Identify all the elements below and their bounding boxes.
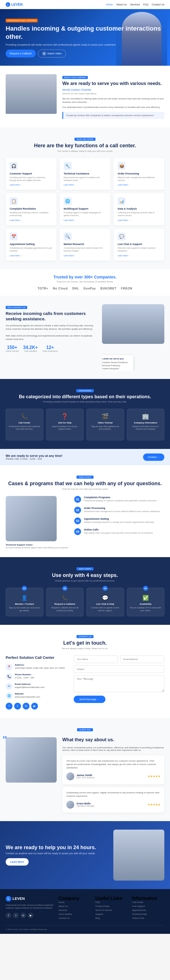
step-icon-2: 💬 (89, 595, 121, 601)
steps-grid: 01 👤 Member / Contact Sign up and create… (6, 588, 164, 616)
cases-list: 01 Complaints Programs Professional hand… (74, 496, 164, 539)
contact-email: ✉ Email Address: support@levencallcenter… (6, 683, 68, 690)
categories-subtitle: Providing solutions that fit based on wh… (6, 401, 164, 403)
footer-link-0-1[interactable]: About Us (59, 905, 91, 907)
name-input[interactable] (74, 655, 118, 663)
step-title-0: Member / Contact (9, 603, 40, 605)
hero-cta-button[interactable]: Request a Callback (6, 49, 36, 57)
cases-badge: Case Study (6, 474, 164, 479)
reviewer-avatar-1 (66, 801, 74, 809)
contact-subtitle: We are always ready to help. Reach out t… (6, 647, 164, 650)
service-card-5: 📊 Data & Analysis Collecting and analyzi… (114, 193, 164, 225)
service-link-5[interactable]: Learn More → (118, 219, 160, 221)
social-linkedin[interactable]: in (23, 703, 29, 710)
about-text2: Our dedicated team of professionals ensu… (62, 106, 164, 109)
case-title-0: Complaints Programs (84, 496, 157, 499)
service-title-4: Multilingual Support (64, 207, 106, 210)
footer-twitter[interactable]: t (13, 913, 19, 918)
footer-facebook[interactable]: f (6, 913, 11, 918)
service-link-2[interactable]: Learn More → (118, 184, 160, 186)
service-link-0[interactable]: Learn More → (10, 184, 52, 186)
nav-links: Home About Us Services FAQ Contact Us (106, 3, 164, 6)
service-link-6[interactable]: Learn More → (10, 255, 52, 257)
step-desc-2: Connect with our agents via live chat fo… (89, 606, 121, 612)
footer-social: f t in ▶ (6, 913, 54, 918)
service-title-7: Market Research (64, 243, 106, 245)
incoming-image: Top skills we serve you ✓Customer Servic… (102, 304, 164, 371)
incoming-content: Info Contact Us Receive incoming calls f… (6, 304, 96, 352)
stats-row: 150+ Clients Served 34.2K+ Calls Handled… (6, 345, 96, 352)
form-row-1 (74, 655, 164, 663)
subject-input[interactable] (74, 665, 164, 673)
footer-link-2-3[interactable]: Technical Help (132, 913, 164, 915)
hero-video-button[interactable]: ▶ Watch Video (38, 49, 66, 57)
footer-link-1-1[interactable]: Privacy Policy (95, 905, 127, 907)
footer-link-2-2[interactable]: Appointments (132, 909, 164, 912)
contact-website: 🌐 Website: www.levencallcenter.com (6, 692, 68, 699)
message-input[interactable] (74, 675, 164, 692)
footer-link-2-4[interactable]: Online Chat (132, 917, 164, 920)
service-title-2: Order Processing (118, 172, 160, 175)
footer-link-0-4[interactable]: Contact Us (59, 917, 91, 920)
category-title-1: Ask for Help (49, 422, 81, 424)
category-title-0: Call Center (9, 422, 40, 424)
nav-logo: L LEVEN (6, 2, 23, 7)
nav-faq[interactable]: FAQ (143, 3, 148, 6)
service-link-4[interactable]: Learn More → (64, 219, 106, 221)
footer-col-1: Useful Links FAQ Privacy Policy Terms of… (95, 896, 127, 921)
service-link-8[interactable]: Learn More → (118, 255, 160, 257)
nav-services[interactable]: Services (130, 3, 140, 6)
service-icon-2: 📦 (118, 162, 126, 170)
step-icon-1: 📞 (49, 595, 81, 601)
footer-link-0-0[interactable]: Home (59, 901, 91, 904)
service-link-7[interactable]: Learn More → (64, 255, 106, 257)
footer-link-2-0[interactable]: Call Center (132, 901, 164, 904)
footer-link-0-2[interactable]: Services (59, 909, 91, 912)
services-section: What We Offer Here are the key functions… (0, 127, 170, 269)
footer-linkedin[interactable]: in (21, 913, 26, 918)
submit-button[interactable]: Send Message → (74, 696, 105, 703)
footer-link-1-2[interactable]: Terms of Service (95, 909, 127, 912)
footer-copyright: © 2024 Leven Call Center. All Rights Res… (6, 928, 47, 931)
footer-link-0-3[interactable]: Case Studies (59, 913, 91, 915)
footer-brand: L LEVEN Professional call center service… (6, 896, 54, 921)
service-title-1: Technical Assistance (64, 172, 106, 175)
testimonial-text-0: The team at Leven Call Center has transf… (66, 759, 160, 770)
service-link-3[interactable]: Learn More → (10, 219, 52, 221)
incoming-badge: Info Contact Us (6, 306, 27, 309)
testimonial-image: " (6, 737, 57, 783)
step-desc-0: Sign up and create your account to get s… (9, 606, 40, 612)
cta-bottom-section: We are ready to help you in 24 hours. Co… (0, 821, 170, 889)
case-item-3: 04 Online Calls High-quality online call… (74, 528, 164, 535)
cta-bar-button[interactable]: Contact → (143, 453, 164, 461)
nav-home[interactable]: Home (106, 3, 113, 6)
footer-youtube[interactable]: ▶ (28, 913, 33, 918)
category-title-3: Company Information (130, 422, 162, 424)
footer-link-1-3[interactable]: Support (95, 913, 127, 915)
trusted-subtitle: They love our service. Join thousands of… (6, 280, 164, 283)
nav-about[interactable]: About Us (116, 3, 127, 6)
service-card-1: 🔧 Technical Assistance Expert technical … (60, 158, 111, 190)
logo-5: FREON (121, 287, 132, 290)
features-card: Top skills we serve you ✓Customer Servic… (102, 355, 133, 371)
cta-bottom-button[interactable]: Learn More (6, 858, 29, 865)
footer-link-1-4[interactable]: Blog (95, 917, 127, 920)
service-card-8: 💬 Live Chat & Support Real-time chat sup… (114, 229, 164, 261)
social-twitter[interactable]: t (14, 703, 21, 710)
case-number-1: 02 (74, 507, 81, 514)
footer-link-2-1[interactable]: Live Support (132, 905, 164, 907)
contact-form: Send Message → (74, 655, 164, 710)
footer-grid: L LEVEN Professional call center service… (6, 896, 164, 921)
footer-link-1-0[interactable]: FAQ (95, 901, 127, 904)
stars-1: ★★★★★ (148, 803, 160, 806)
social-youtube[interactable]: ▶ (31, 703, 38, 710)
email-input[interactable] (120, 655, 164, 663)
step-1: 02 📞 Request a Callback Request a callba… (46, 588, 84, 616)
cases-subtitle: Find out how we can help your business g… (6, 488, 164, 490)
nav-contact[interactable]: Contact Us (152, 3, 164, 6)
navbar: L LEVEN Home About Us Services FAQ Conta… (0, 0, 170, 9)
social-facebook[interactable]: f (6, 703, 13, 710)
contact-section: Contact Us Let's get in touch. We are al… (0, 625, 170, 718)
service-link-1[interactable]: Learn More → (64, 184, 106, 186)
service-desc-5: Collecting and analyzing customer data t… (118, 211, 160, 217)
